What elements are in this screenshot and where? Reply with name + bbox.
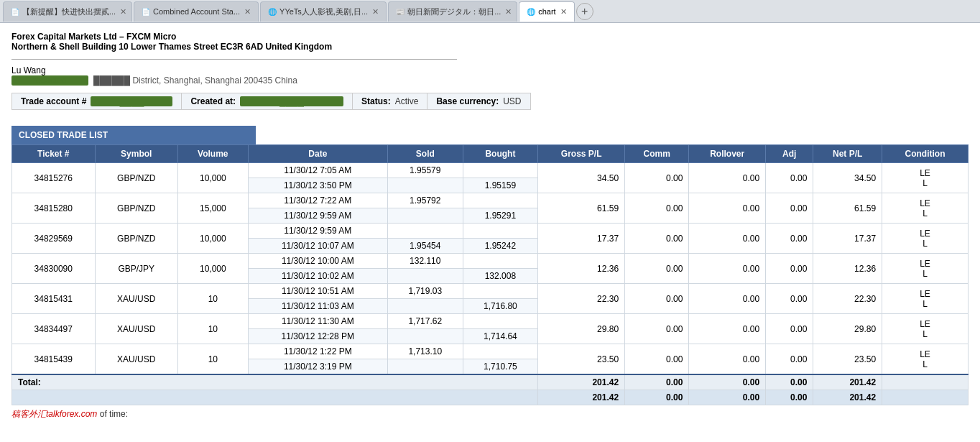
cell-sold1 — [388, 224, 463, 239]
cell-bought2: 1,716.80 — [463, 299, 538, 314]
cell-bought1 — [463, 163, 538, 178]
cell-date2: 11/30/12 10:02 AM — [248, 269, 387, 284]
grand-total-rollover: 0.00 — [689, 390, 766, 405]
cell-condition: LEL — [882, 224, 969, 254]
cell-date1: 11/30/12 9:59 AM — [248, 224, 387, 239]
trade-account-value: ████ — [91, 96, 172, 106]
cell-symbol: XAU/USD — [95, 284, 177, 314]
cell-rollover: 0.00 — [689, 193, 766, 224]
grand-total-adj: 0.00 — [766, 390, 813, 405]
table-row: 34830090 GBP/JPY 10,000 11/30/12 10:00 A… — [12, 254, 969, 269]
cell-gross-pl: 29.80 — [538, 314, 625, 344]
cell-bought1 — [463, 314, 538, 329]
cell-sold2 — [388, 299, 463, 314]
browser-tab-bar: 📄 【新提醒】快进快出摆贰... ✕ 📄 Combined Account St… — [0, 0, 980, 23]
client-address: redacted ██████ District, Shanghai, Shan… — [11, 75, 969, 86]
col-ticket: Ticket # — [12, 145, 96, 163]
base-currency-label: Base currency: — [436, 96, 499, 106]
tab-close-3[interactable]: ✕ — [372, 7, 379, 17]
col-bought: Bought — [463, 145, 538, 163]
cell-date2: 11/30/12 11:03 AM — [248, 299, 387, 314]
cell-volume: 15,000 — [178, 193, 249, 224]
tab-asahi[interactable]: 📰 朝日新聞デジタル：朝日... ✕ — [388, 1, 517, 22]
tab-icon-5: 🌐 — [527, 8, 535, 16]
cell-rollover: 0.00 — [689, 284, 766, 314]
cell-symbol: XAU/USD — [95, 314, 177, 344]
cell-volume: 10,000 — [178, 254, 249, 284]
tab-icon-2: 📄 — [142, 8, 150, 16]
cell-adj: 0.00 — [766, 193, 813, 224]
table-row: 34834497 XAU/USD 10 11/30/12 11:30 AM 1,… — [12, 314, 969, 329]
cell-ticket: 34815280 — [12, 193, 96, 224]
cell-adj: 0.00 — [766, 224, 813, 254]
cell-comm: 0.00 — [625, 193, 689, 224]
cell-bought2: 1.95242 — [463, 239, 538, 254]
cell-date1: 11/30/12 11:30 AM — [248, 314, 387, 329]
client-info: Lu Wang redacted ██████ District, Shangh… — [11, 65, 969, 86]
cell-rollover: 0.00 — [689, 344, 766, 375]
grand-total-gross-pl: 201.42 — [538, 390, 625, 405]
col-sold: Sold — [388, 145, 463, 163]
company-address: Northern & Shell Building 10 Lower Thame… — [11, 42, 969, 52]
cell-gross-pl: 17.37 — [538, 224, 625, 254]
cell-symbol: GBP/NZD — [95, 163, 177, 193]
cell-sold2 — [388, 329, 463, 344]
total-comm: 0.00 — [625, 374, 689, 390]
tab-label-4: 朝日新聞デジタル：朝日... — [407, 6, 501, 17]
cell-comm: 0.00 — [625, 344, 689, 375]
table-row: 34815431 XAU/USD 10 11/30/12 10:51 AM 1,… — [12, 284, 969, 299]
cell-volume: 10 — [178, 314, 249, 344]
cell-volume: 10,000 — [178, 163, 249, 193]
cell-bought2: 1.95159 — [463, 178, 538, 193]
status-value: Active — [395, 96, 419, 106]
cell-ticket: 34829569 — [12, 224, 96, 254]
client-name: Lu Wang — [11, 65, 969, 75]
tab-label-5: chart — [538, 7, 555, 16]
new-tab-button[interactable]: + — [576, 3, 593, 20]
tab-close-4[interactable]: ✕ — [505, 7, 512, 17]
status-label: Status: — [361, 96, 391, 106]
cell-date1: 11/30/12 7:05 AM — [248, 163, 387, 178]
col-symbol: Symbol — [95, 145, 177, 163]
total-rollover: 0.00 — [689, 374, 766, 390]
cell-ticket: 34815431 — [12, 284, 96, 314]
cell-symbol: GBP/NZD — [95, 193, 177, 224]
cell-net-pl: 17.37 — [813, 224, 882, 254]
tab-yyets[interactable]: 🌐 YYeTs人人影视,美剧,日... ✕ — [260, 1, 387, 22]
divider — [11, 59, 457, 60]
cell-rollover: 0.00 — [689, 224, 766, 254]
cell-date2: 11/30/12 3:19 PM — [248, 359, 387, 375]
tab-xintiline[interactable]: 📄 【新提醒】快进快出摆贰... ✕ — [3, 1, 132, 22]
cell-gross-pl: 34.50 — [538, 163, 625, 193]
cell-date2: 11/30/12 12:28 PM — [248, 329, 387, 344]
cell-date1: 11/30/12 10:00 AM — [248, 254, 387, 269]
cell-condition: LEL — [882, 284, 969, 314]
created-at-label: Created at: — [190, 96, 236, 106]
tab-chart[interactable]: 🌐 chart ✕ — [519, 1, 574, 22]
cell-comm: 0.00 — [625, 314, 689, 344]
tab-label-2: Combined Account Sta... — [153, 7, 240, 16]
cell-net-pl: 23.50 — [813, 344, 882, 375]
cell-condition: LEL — [882, 163, 969, 193]
cell-gross-pl: 22.30 — [538, 284, 625, 314]
grand-total-label — [12, 390, 538, 405]
page-content: Forex Capital Markets Ltd – FXCM Micro N… — [0, 23, 980, 429]
cell-rollover: 0.00 — [689, 254, 766, 284]
tab-close-2[interactable]: ✕ — [244, 7, 251, 17]
cell-adj: 0.00 — [766, 254, 813, 284]
cell-volume: 10 — [178, 344, 249, 375]
cell-sold1: 1.95792 — [388, 193, 463, 208]
tab-combined[interactable]: 📄 Combined Account Sta... ✕ — [134, 1, 259, 22]
cell-ticket: 34834497 — [12, 314, 96, 344]
cell-sold2 — [388, 178, 463, 193]
cell-gross-pl: 23.50 — [538, 344, 625, 375]
tab-close-5[interactable]: ✕ — [560, 7, 567, 17]
tab-label-1: 【新提醒】快进快出摆贰... — [22, 6, 116, 17]
tab-close-1[interactable]: ✕ — [120, 7, 126, 17]
cell-symbol: GBP/JPY — [95, 254, 177, 284]
cell-net-pl: 22.30 — [813, 284, 882, 314]
created-at-value: ████ — [240, 96, 343, 106]
table-row: 34815439 XAU/USD 10 11/30/12 1:22 PM 1,7… — [12, 344, 969, 359]
cell-volume: 10,000 — [178, 224, 249, 254]
cell-ticket: 34815276 — [12, 163, 96, 193]
